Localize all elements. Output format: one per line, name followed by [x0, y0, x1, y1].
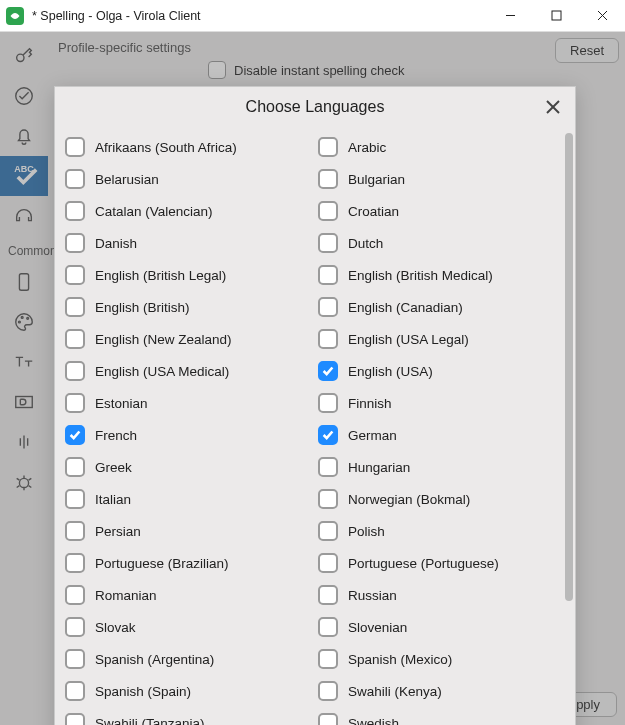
- language-row[interactable]: Croatian: [316, 195, 559, 227]
- language-row[interactable]: English (USA): [316, 355, 559, 387]
- dialog-close-button[interactable]: [539, 93, 567, 121]
- language-label: Slovak: [95, 620, 136, 635]
- language-checkbox[interactable]: [65, 585, 85, 605]
- language-row[interactable]: Estonian: [63, 387, 306, 419]
- language-row[interactable]: Portuguese (Brazilian): [63, 547, 306, 579]
- language-row[interactable]: Spanish (Mexico): [316, 643, 559, 675]
- language-checkbox[interactable]: [65, 489, 85, 509]
- language-label: Belarusian: [95, 172, 159, 187]
- language-checkbox[interactable]: [318, 489, 338, 509]
- language-row[interactable]: English (British Medical): [316, 259, 559, 291]
- language-row[interactable]: Portuguese (Portuguese): [316, 547, 559, 579]
- language-checkbox[interactable]: [318, 233, 338, 253]
- language-row[interactable]: Greek: [63, 451, 306, 483]
- language-checkbox[interactable]: [65, 617, 85, 637]
- language-row[interactable]: Norwegian (Bokmal): [316, 483, 559, 515]
- language-row[interactable]: Finnish: [316, 387, 559, 419]
- language-row[interactable]: German: [316, 419, 559, 451]
- language-label: German: [348, 428, 397, 443]
- language-checkbox[interactable]: [65, 169, 85, 189]
- language-label: Catalan (Valencian): [95, 204, 213, 219]
- language-checkbox[interactable]: [65, 361, 85, 381]
- language-checkbox[interactable]: [65, 265, 85, 285]
- language-checkbox[interactable]: [65, 329, 85, 349]
- language-checkbox[interactable]: [318, 169, 338, 189]
- language-row[interactable]: Persian: [63, 515, 306, 547]
- language-label: Swahili (Kenya): [348, 684, 442, 699]
- language-label: French: [95, 428, 137, 443]
- language-checkbox[interactable]: [318, 521, 338, 541]
- language-row[interactable]: Belarusian: [63, 163, 306, 195]
- language-row[interactable]: Swedish: [316, 707, 559, 725]
- language-checkbox[interactable]: [318, 553, 338, 573]
- language-row[interactable]: Polish: [316, 515, 559, 547]
- language-checkbox[interactable]: [65, 233, 85, 253]
- window-close-button[interactable]: [579, 0, 625, 32]
- language-row[interactable]: Spanish (Spain): [63, 675, 306, 707]
- language-checkbox[interactable]: [318, 329, 338, 349]
- language-checkbox[interactable]: [318, 137, 338, 157]
- language-row[interactable]: Bulgarian: [316, 163, 559, 195]
- language-row[interactable]: English (British): [63, 291, 306, 323]
- language-label: English (New Zealand): [95, 332, 232, 347]
- language-checkbox[interactable]: [318, 393, 338, 413]
- language-checkbox[interactable]: [65, 425, 85, 445]
- language-row[interactable]: English (New Zealand): [63, 323, 306, 355]
- language-checkbox[interactable]: [318, 265, 338, 285]
- language-row[interactable]: English (British Legal): [63, 259, 306, 291]
- language-row[interactable]: Catalan (Valencian): [63, 195, 306, 227]
- language-row[interactable]: Afrikaans (South Africa): [63, 131, 306, 163]
- language-row[interactable]: English (USA Medical): [63, 355, 306, 387]
- language-checkbox[interactable]: [65, 297, 85, 317]
- language-row[interactable]: Swahili (Kenya): [316, 675, 559, 707]
- language-row[interactable]: Slovenian: [316, 611, 559, 643]
- language-row[interactable]: Spanish (Argentina): [63, 643, 306, 675]
- language-label: English (British Medical): [348, 268, 493, 283]
- dialog-title: Choose Languages: [246, 98, 385, 116]
- language-checkbox[interactable]: [318, 457, 338, 477]
- language-checkbox[interactable]: [65, 201, 85, 221]
- language-checkbox[interactable]: [65, 553, 85, 573]
- language-label: Russian: [348, 588, 397, 603]
- language-checkbox[interactable]: [318, 297, 338, 317]
- language-checkbox[interactable]: [318, 425, 338, 445]
- language-checkbox[interactable]: [65, 137, 85, 157]
- language-checkbox[interactable]: [318, 617, 338, 637]
- language-row[interactable]: Slovak: [63, 611, 306, 643]
- scrollbar-thumb[interactable]: [565, 133, 573, 601]
- language-label: Spanish (Spain): [95, 684, 191, 699]
- language-row[interactable]: Swahili (Tanzania): [63, 707, 306, 725]
- dialog-header: Choose Languages: [55, 87, 575, 127]
- language-label: English (Canadian): [348, 300, 463, 315]
- language-row[interactable]: English (Canadian): [316, 291, 559, 323]
- scrollbar[interactable]: [565, 133, 573, 725]
- language-checkbox[interactable]: [318, 201, 338, 221]
- language-label: Norwegian (Bokmal): [348, 492, 470, 507]
- language-label: Spanish (Mexico): [348, 652, 452, 667]
- close-icon: [545, 99, 561, 115]
- language-row[interactable]: French: [63, 419, 306, 451]
- language-row[interactable]: Italian: [63, 483, 306, 515]
- language-checkbox[interactable]: [318, 585, 338, 605]
- language-checkbox[interactable]: [65, 681, 85, 701]
- language-checkbox[interactable]: [65, 521, 85, 541]
- language-checkbox[interactable]: [65, 713, 85, 725]
- language-row[interactable]: Danish: [63, 227, 306, 259]
- window-maximize-button[interactable]: [533, 0, 579, 32]
- language-label: English (USA): [348, 364, 433, 379]
- language-checkbox[interactable]: [65, 649, 85, 669]
- language-checkbox[interactable]: [318, 681, 338, 701]
- language-row[interactable]: Hungarian: [316, 451, 559, 483]
- language-checkbox[interactable]: [65, 393, 85, 413]
- language-row[interactable]: Arabic: [316, 131, 559, 163]
- language-row[interactable]: English (USA Legal): [316, 323, 559, 355]
- language-checkbox[interactable]: [318, 361, 338, 381]
- language-label: English (British Legal): [95, 268, 226, 283]
- language-checkbox[interactable]: [318, 649, 338, 669]
- language-row[interactable]: Russian: [316, 579, 559, 611]
- language-row[interactable]: Dutch: [316, 227, 559, 259]
- language-checkbox[interactable]: [318, 713, 338, 725]
- window-minimize-button[interactable]: [487, 0, 533, 32]
- language-row[interactable]: Romanian: [63, 579, 306, 611]
- language-checkbox[interactable]: [65, 457, 85, 477]
